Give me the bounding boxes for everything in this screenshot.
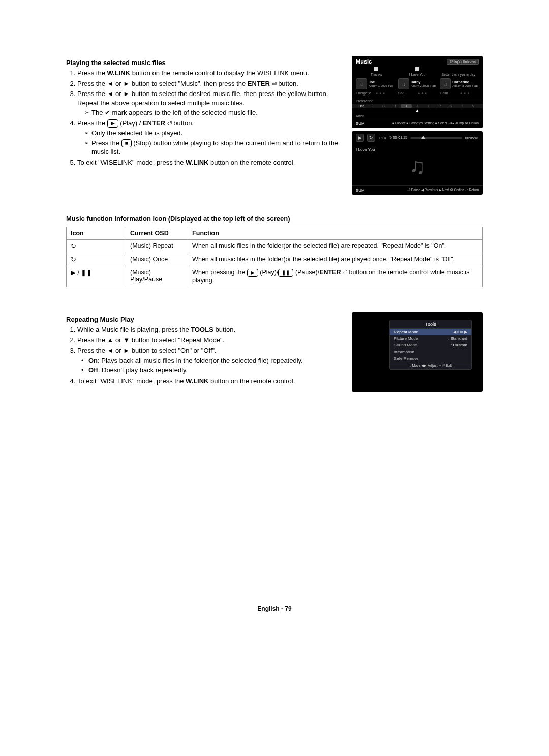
step-2: Press the ◄ or ► button to select "Music… (77, 79, 345, 88)
rstep-4: To exit "WISELINK" mode, press the W.LIN… (77, 376, 345, 386)
table-row: ↻ (Music) Repeat When all music files in… (67, 240, 483, 253)
table-row: ↻ (Music) Once When all music files in t… (67, 253, 483, 266)
tools-menu-screenshot: Tools Repeat Mode◀ On ▶ Picture Mode: St… (352, 312, 483, 392)
rstep-2: Press the ▲ or ▼ button to select "Repea… (77, 336, 345, 345)
menu-hint: ↕ Move ◀▶ Adjust →⏎ Exit (390, 362, 471, 369)
step-3-note: The ✔ mark appears to the left of the se… (84, 108, 345, 117)
stop-icon: ■ (121, 139, 132, 147)
repeating-steps: While a Music file is playing, press the… (66, 325, 345, 385)
music-note-icon: ♫ (440, 78, 451, 89)
play-icon: ▶ (356, 134, 364, 142)
playing-steps: Press the W.LINK button on the remote co… (66, 69, 345, 167)
play-icon: ▶ (107, 119, 118, 128)
menu-row: Picture Mode: Standard (390, 335, 471, 342)
rstep-1: While a Music file is playing, press the… (77, 325, 345, 334)
menu-row: Information (390, 349, 471, 355)
page-footer: English - 79 (66, 605, 483, 612)
step-3: Press the ◄ or ► button to select the de… (77, 89, 345, 117)
bullet-off: Off: Doesn't play back repeatedly. (84, 366, 345, 375)
menu-row: Sound Mode: Custom (390, 342, 471, 349)
music-browser-screenshot: Music 2File(s) Selected Thanks I Love Yo… (352, 56, 483, 128)
music-player-screenshot: ▶ ↻ 7/14 ↻ 00:01:15 00:05:41 I Love You … (352, 131, 483, 195)
play-icon: ▶ (247, 269, 258, 277)
repeat-once-icon: ↻ (67, 253, 126, 266)
music-icon-table: Icon Current OSD Function ↻ (Music) Repe… (66, 227, 483, 287)
music-note-icon: ♫ (398, 78, 409, 89)
enter-icon: ⏎ (167, 120, 172, 127)
section-title-repeating: Repeating Music Play (66, 316, 345, 323)
bullet-on: On: Plays back all music files in the fo… (84, 356, 345, 365)
ss-title: Music (356, 58, 372, 65)
step-4: Press the ▶ (Play) / ENTER ⏎ button. Onl… (77, 119, 345, 156)
repeat-icon: ↻ (367, 134, 375, 142)
step-5: To exit "WISELINK" mode, press the W.LIN… (77, 158, 345, 167)
menu-row: Safe Remove (390, 355, 471, 362)
pause-icon: ❚❚ (278, 269, 293, 277)
table-row: ▶ / ❚❚ (Music) Play/Pause When pressing … (67, 266, 483, 287)
music-note-icon: ♫ (356, 78, 367, 89)
music-note-icon: ♫ (356, 155, 479, 177)
menu-row: Repeat Mode◀ On ▶ (390, 329, 471, 335)
repeat-on-icon: ↻ (67, 240, 126, 253)
enter-icon: ⏎ (272, 81, 277, 87)
step-1: Press the W.LINK button on the remote co… (77, 69, 345, 78)
play-pause-icon: ▶ / ❚❚ (67, 266, 126, 287)
step-4-note1: Only the selected file is played. (84, 129, 345, 138)
section-title-playing: Playing the selected music files (66, 59, 345, 67)
step-4-note2: Press the ■ (Stop) button while playing … (84, 139, 345, 156)
info-icon-heading: Music function information icon (Display… (66, 215, 483, 223)
selected-badge: 2File(s) Selected (447, 59, 479, 65)
rstep-3: Press the ◄ or ► button to select "On" o… (77, 346, 345, 375)
